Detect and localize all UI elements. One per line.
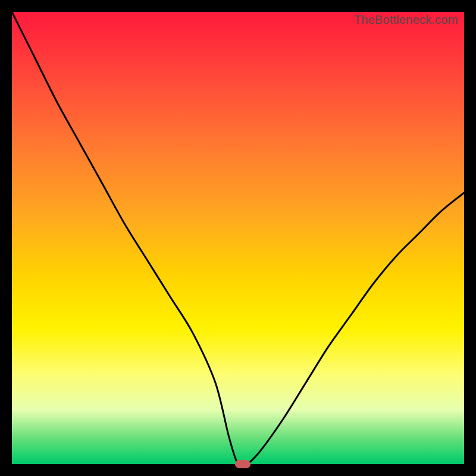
optimum-marker — [235, 460, 250, 468]
bottleneck-curve — [12, 12, 464, 464]
chart-frame: TheBottleneck.com — [0, 0, 476, 476]
plot-area: TheBottleneck.com — [12, 12, 464, 464]
